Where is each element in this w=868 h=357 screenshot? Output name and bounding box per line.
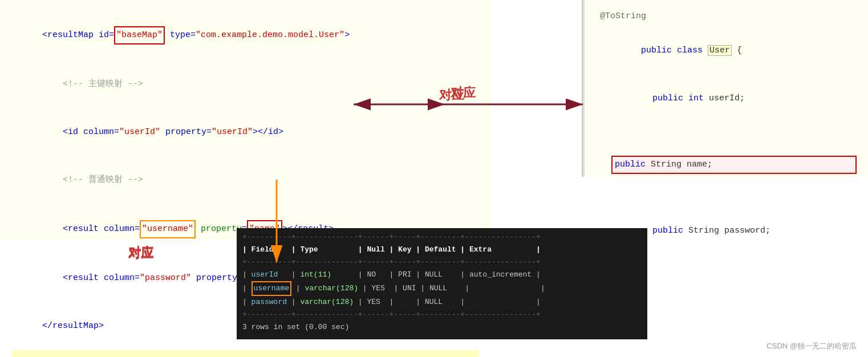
- db-row-password: | password | varchar(128) | YES | | NULL…: [242, 296, 642, 309]
- userid-field: public int userId;: [600, 75, 857, 123]
- db-divider-top: +----------+--------------+------+-----+…: [242, 231, 642, 244]
- db-header-row: | Field | Type | Null | Key | Default | …: [242, 244, 642, 256]
- right-java-panel: @ToString public class User { public int…: [583, 0, 868, 177]
- code-line-1: <resultMap id="baseMap" type="com.exampl…: [11, 10, 479, 60]
- db-row-userid: | userId | int(11) | NO | PRI | NULL | a…: [242, 269, 642, 281]
- code-line-2: <!-- 主键映射 -->: [11, 60, 479, 108]
- tag-resultmap: <resultMap id=: [42, 30, 114, 40]
- code-line-3: <id column="userId" property="userId"></…: [11, 108, 479, 156]
- username-column-value: "username": [140, 220, 196, 238]
- name-field-highlighted: public String name;: [600, 123, 857, 207]
- duiying-annotation-1: 对应: [439, 87, 464, 104]
- tostring-annotation: @ToString: [600, 9, 857, 25]
- class-declaration: public class User {: [600, 27, 857, 75]
- left-code-panel: <resultMap id="baseMap" type="com.exampl…: [0, 0, 490, 240]
- username-highlight: username: [252, 281, 291, 296]
- code-line-4: <!-- 普通映射 -->: [11, 156, 479, 204]
- main-container: <resultMap id="baseMap" type="com.exampl…: [0, 0, 868, 357]
- watermark: CSDN @独一无二的哈密瓜: [766, 341, 857, 351]
- db-row-username: | username | varchar(128) | YES | UNI | …: [242, 281, 642, 296]
- basemap-id-value: "baseMap": [114, 26, 165, 44]
- db-footer: 3 rows in set (0.00 sec): [242, 321, 642, 334]
- db-divider-bot: +----------+--------------+------+-----+…: [242, 309, 642, 321]
- db-divider-mid: +----------+--------------+------+-----+…: [242, 256, 642, 269]
- code-line-8: <select id="getAll" resultMap="baseMap">: [11, 350, 479, 357]
- duiying-annotation-2: 对应: [128, 245, 153, 262]
- database-table-panel: +----------+--------------+------+-----+…: [237, 228, 647, 339]
